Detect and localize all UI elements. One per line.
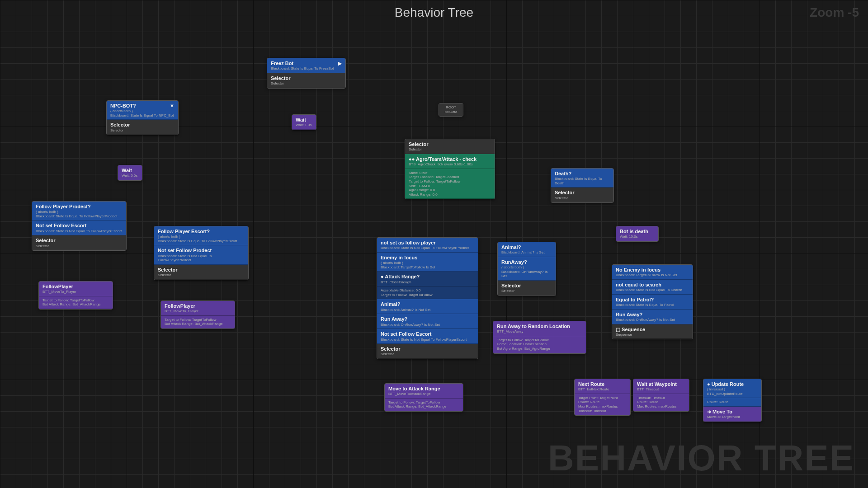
root-label: ROOT (446, 105, 456, 109)
root-node[interactable]: ROOTbotData (439, 103, 463, 117)
node-combat[interactable]: not set as follow playerBlackboard: Stat… (377, 237, 478, 359)
node-main-selector[interactable]: SelectorSelector ●● Agro/Team/Attack - c… (405, 139, 495, 199)
node-animal[interactable]: Animal?Blackboard: Animal? Is Set RunAwa… (497, 242, 556, 296)
graph-canvas[interactable]: ROOTbotData Freez Bot ▶Blackboard: State… (0, 0, 868, 488)
node-next-route[interactable]: Next RouteBTT_botNextRoute Target Point:… (574, 379, 631, 416)
node-update-route[interactable]: ● Update Route( inversed )BTD_botUpdateR… (703, 379, 762, 422)
node-follow-prodect[interactable]: Follow Player Prodect?( aborts both )Bla… (32, 201, 127, 251)
node-wait-1[interactable]: WaitWait: 1.0s (292, 114, 316, 130)
node-wait-waypoint[interactable]: Wait at WaypointBTT_Timeout Timeout: Tim… (633, 379, 689, 412)
node-run-away[interactable]: Run Away to Random LocationBTT_MoveAway … (493, 321, 586, 354)
node-wait-2[interactable]: WaitWait: 5.0s (118, 165, 142, 181)
node-move-attack[interactable]: Move to Attack RangeBTT_MoveToAttackRang… (384, 383, 463, 412)
node-patrol[interactable]: No Enemy in focusBlackboard: TargetToFol… (612, 264, 693, 339)
node-follow-escort[interactable]: Follow Player Escort?( aborts both )Blac… (154, 226, 249, 280)
node-bot-is-death[interactable]: Bot is deathWait: 15.0s (616, 226, 659, 242)
node-freez-bot[interactable]: Freez Bot ▶Blackboard: State Is Equal To… (267, 58, 346, 89)
node-followplayer-2[interactable]: FollowPlayerBTT_MoveTo_Player Target to … (160, 300, 235, 329)
node-npc-bot[interactable]: NPC-BOT? ▼( aborts both )Blackboard: Sta… (106, 100, 179, 135)
node-followplayer-1[interactable]: FollowPlayerBTT_MoveTo_Player Target to … (38, 281, 113, 310)
node-death[interactable]: Death?Blackboard: State Is Equal To Deat… (551, 168, 614, 203)
